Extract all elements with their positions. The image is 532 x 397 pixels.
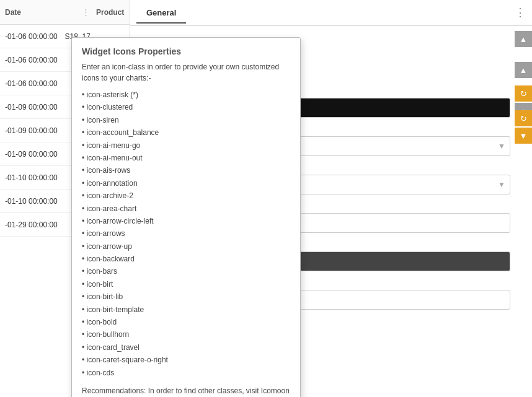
table-header: Date ⋮ Product [0, 0, 130, 25]
tooltip-list-item: • icon-cds [82, 369, 114, 377]
tooltip-list-item: • icon-siren [82, 116, 119, 124]
tooltip-list-item: • icon-ai-menu-go [82, 141, 140, 150]
tab-general[interactable]: General [136, 3, 186, 24]
date-cell: -01-10 00:00:00 [5, 197, 79, 206]
tooltip-list-item: • icon-arrows [82, 229, 125, 238]
tooltip-list-item: • icon-birt [82, 280, 113, 289]
tooltip-list-item: • icon-account_balance [82, 128, 159, 137]
tooltip-list-item: • icon-birt-lib [82, 292, 123, 301]
tooltip-list-item: • icon-ais-rows [82, 166, 130, 175]
scroll-refresh-btn-1[interactable]: ↻ [515, 85, 532, 102]
tooltip-list-item: • icon-bars [82, 267, 117, 276]
tooltip-intro: Enter an icon-class in order to provide … [82, 61, 290, 84]
tooltip-list-item: • icon-archive-2 [82, 191, 133, 200]
date-column-menu-icon[interactable]: ⋮ [82, 7, 90, 17]
date-cell: -01-09 00:00:00 [5, 103, 79, 111]
tooltip-footer: Recommendations: In order to find other … [82, 385, 290, 397]
tooltip-list-item: • icon-annotation [82, 179, 138, 188]
scroll-controls-2: ▲ [515, 62, 532, 78]
scroll-refresh-btn-2[interactable]: ↻ [515, 110, 532, 126]
tooltip-list-item: • icon-backward [82, 255, 135, 263]
date-cell: -01-09 00:00:00 [5, 126, 79, 135]
tooltip-list-item: • icon-area-chart [82, 204, 136, 213]
tooltip-list-item: • icon-arrow-circle-left [82, 217, 154, 225]
tooltip-list-item: • icon-clustered [82, 103, 133, 111]
date-cell: -01-06 00:00:00 [5, 32, 65, 41]
tooltip-list-item: • icon-arrow-up [82, 242, 132, 251]
scroll-down-btn-1[interactable]: ▼ [515, 128, 532, 144]
scroll-controls-4: ↻ ▼ [515, 110, 532, 144]
tooltip-icon-list: • icon-asterisk (*) • icon-clustered • i… [82, 89, 290, 379]
tooltip-title: Widget Icons Properties [82, 46, 290, 56]
date-cell: -01-06 00:00:00 [5, 79, 79, 88]
date-cell: -01-29 00:00:00 [5, 220, 79, 229]
tooltip-list-item: • icon-bold [82, 318, 117, 326]
tooltip-list-item: • icon-asterisk (*) [82, 90, 138, 99]
tooltip-list-item: • icon-caret-square-o-right [82, 356, 168, 364]
tooltip-list-item: • icon-card_travel [82, 343, 140, 352]
product-column-header: Product [96, 8, 124, 17]
date-cell: -01-10 00:00:00 [5, 173, 79, 182]
panel-options-icon[interactable]: ⋮ [515, 6, 526, 19]
tab-bar: General ⋮ [130, 0, 532, 26]
tooltip-list-item: • icon-ai-menu-out [82, 154, 143, 162]
scroll-controls: ▲ [515, 31, 532, 47]
date-column-header: Date [5, 8, 79, 17]
date-cell: -01-06 00:00:00 [5, 56, 79, 64]
date-cell: -01-09 00:00:00 [5, 150, 79, 159]
scroll-up-btn-1[interactable]: ▲ [515, 31, 532, 47]
scroll-up-btn-2[interactable]: ▲ [515, 62, 532, 78]
tooltip-list-item: • icon-bullhorn [82, 330, 129, 339]
tooltip-list-item: • icon-birt-template [82, 305, 144, 314]
widget-icons-tooltip: Widget Icons Properties Enter an icon-cl… [71, 37, 301, 397]
